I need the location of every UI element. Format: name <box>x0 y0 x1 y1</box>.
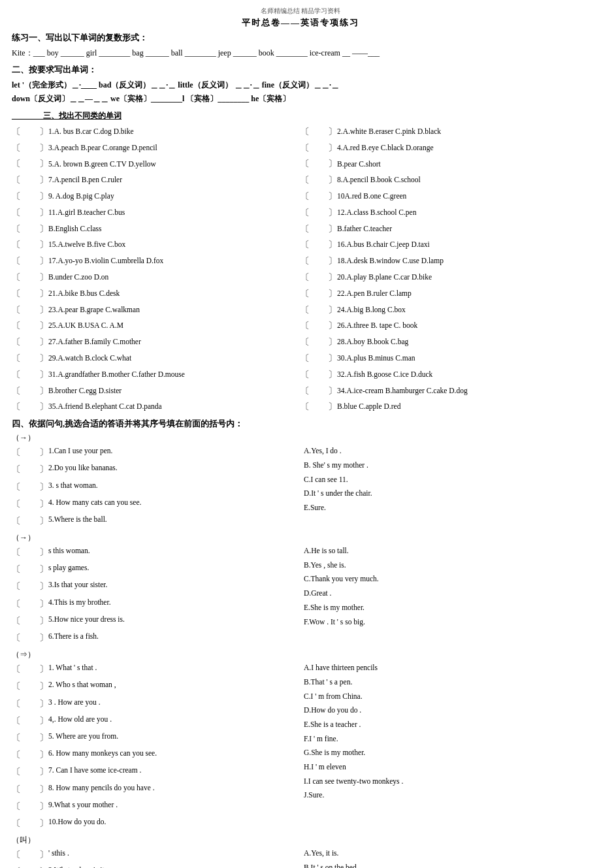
s3-row-12: 〔 〕 25.A.UK B.USA C. A.M 〔 〕 26.A.three … <box>12 318 589 334</box>
group1-questions: 〔 〕 1.Can I use your pen. 〔 〕 2.Do you l… <box>12 444 297 530</box>
group1-label: （→） <box>12 432 589 443</box>
list-item: 〔 〕 4,. How old are you . <box>12 713 297 729</box>
list-item: C.I ' m from China. <box>304 690 589 703</box>
list-item: 〔 〕 2.What colour is it. <box>12 863 297 868</box>
group4-answers: A.Yes, it is. B.It ' s on the bed. C.Me … <box>297 846 589 868</box>
section4-title: 四、依据问句,挑选合适的答语并将其序号填在前面的括号内： <box>12 419 589 430</box>
s3-row-17: 〔 〕 35.A.friend B.elephant C.cat D.panda… <box>12 399 589 415</box>
section2-line2: down〔反义词〕＿＿—＿＿ we〔宾格〕________l 〔宾格〕_____… <box>12 92 589 106</box>
list-item: 〔 〕 s this woman. <box>12 544 297 560</box>
s3-row-11: 〔 〕 23.A.pear B.grape C.walkman 〔 〕 24.A… <box>12 302 589 318</box>
list-item: 〔 〕 5. Where are you from. <box>12 730 297 746</box>
list-item: D.It ' s under the chair. <box>304 487 589 500</box>
group3: 〔 〕 1. What ' s that . 〔 〕 2. Who s that… <box>12 661 589 832</box>
group2-label: （→） <box>12 532 589 543</box>
group3-questions: 〔 〕 1. What ' s that . 〔 〕 2. Who s that… <box>12 661 297 832</box>
group4-label: （叫） <box>12 835 589 846</box>
list-item: 〔 〕 3 . How are you . <box>12 696 297 712</box>
list-item: 〔 〕 5.How nice your dress is. <box>12 613 297 629</box>
list-item: A.I have thirteen pencils <box>304 661 589 675</box>
s3-row-8: 〔 〕 17.A.yo-yo B.violin C.umbrella D.fox… <box>12 253 589 269</box>
list-item: 〔 〕 s play games. <box>12 561 297 577</box>
list-item: C.I can see 11. <box>304 473 589 487</box>
s3-row-4: 〔 〕 9. A.dog B.pig C.play 〔 〕 10A.red B.… <box>12 189 589 204</box>
s3-row-0: 〔 〕 1.A. bus B.car C.dog D.bike 〔 〕 2.A.… <box>12 124 589 140</box>
list-item: 〔 〕 7. Can I have some ice-cream . <box>12 764 297 780</box>
s3-row-15: 〔 〕 31.A.grandfather B.mother C.father D… <box>12 367 589 383</box>
list-item: D.Great . <box>304 587 589 600</box>
s3-row-9: 〔 〕 B.under C.zoo D.on 〔 〕 20.A.play B.p… <box>12 270 589 285</box>
list-item: 〔 〕 2.Do you like bananas. <box>12 461 297 477</box>
s3-row-10: 〔 〕 21.A.bike B.bus C.desk 〔 〕 22.A.pen … <box>12 286 589 302</box>
section3-title: ________三、找出不同类的单词 <box>12 110 589 121</box>
s3-row-6: 〔 〕 B.English C.class 〔 〕 B.father C.tea… <box>12 221 589 237</box>
list-item: 〔 〕 6. How many monkeys can you see. <box>12 747 297 763</box>
list-item: 〔 〕 ' sthis . <box>12 846 297 863</box>
list-item: 〔 〕 2. Who s that woman , <box>12 678 297 694</box>
group2-answers: A.He is so tall. B.Yes , she is. C.Thank… <box>297 544 589 647</box>
list-item: F.I ' m fine. <box>304 732 589 746</box>
list-item: 〔 〕 1. What ' s that . <box>12 661 297 677</box>
list-item: F.Wow . It ' s so big. <box>304 615 589 629</box>
s3-row-13: 〔 〕 27.A.father B.family C.mother 〔 〕 28… <box>12 334 589 350</box>
list-item: J.Sure. <box>304 788 589 802</box>
list-item: E.She is a teacher . <box>304 718 589 731</box>
group1-answers: A.Yes, I do . B. She' s my mother . C.I … <box>297 444 589 530</box>
list-item: B. She' s my mother . <box>304 458 589 472</box>
list-item: 〔 〕 4.This is my brother. <box>12 596 297 612</box>
list-item: 〔 〕 3. s that woman. <box>12 479 297 495</box>
s3-row-1: 〔 〕 3.A.peach B.pear C.orange D.pencil 〔… <box>12 140 589 156</box>
s3-row-3: 〔 〕 7.A.pencil B.pen C.ruler 〔 〕 8.A.pen… <box>12 172 589 188</box>
s3-row-16: 〔 〕 B.brother C.egg D.sister 〔 〕 34.A.ic… <box>12 383 589 399</box>
group3-label: （⇒） <box>12 649 589 660</box>
group2-questions: 〔 〕 s this woman. 〔 〕 s play games. 〔 〕 … <box>12 544 297 647</box>
s3-row-7: 〔 〕 15.A.twelve B.five C.box 〔 〕 16.A.bu… <box>12 237 589 253</box>
list-item: C.Thank you very much. <box>304 572 589 586</box>
list-item: A.Yes, it is. <box>304 846 589 860</box>
header-top: 名师精编总结 精品学习资料 <box>12 7 589 16</box>
section1-title: 练习一、写出以下单词的复数形式： <box>12 33 589 44</box>
list-item: 〔 〕 6.There is a fish. <box>12 630 297 646</box>
list-item: B.Yes , she is. <box>304 558 589 572</box>
section2-title: 二、按要求写出单词： <box>12 65 589 76</box>
group2: 〔 〕 s this woman. 〔 〕 s play games. 〔 〕 … <box>12 544 589 647</box>
group1: 〔 〕 1.Can I use your pen. 〔 〕 2.Do you l… <box>12 444 589 530</box>
list-item: 〔 〕 1.Can I use your pen. <box>12 444 297 460</box>
list-item: G.She is my mother. <box>304 746 589 760</box>
list-item: B.That ' s a pen. <box>304 675 589 689</box>
list-item: B.It ' s on the bed. <box>304 861 589 868</box>
section1-line: Kite：___ boy ______ girl ________ bag __… <box>12 46 589 61</box>
section3-items: 〔 〕 1.A. bus B.car C.dog D.bike 〔 〕 2.A.… <box>12 124 589 415</box>
list-item: D.How do you do . <box>304 703 589 717</box>
list-item: 〔 〕 4. How many cats can you see. <box>12 496 297 512</box>
header-title: 平时总卷——英语专项练习 <box>12 17 589 29</box>
list-item: E.She is my mother. <box>304 601 589 615</box>
group3-answers: A.I have thirteen pencils B.That ' s a p… <box>297 661 589 832</box>
s3-row-2: 〔 〕 5.A. brown B.green C.TV D.yellow 〔 〕… <box>12 156 589 172</box>
list-item: 〔 〕 3.Is that your sister. <box>12 578 297 594</box>
group4: 〔 〕 ' sthis . 〔 〕 2.What colour is it. 〔… <box>12 846 589 868</box>
list-item: 〔 〕 5.Where is the ball. <box>12 513 297 529</box>
group4-questions: 〔 〕 ' sthis . 〔 〕 2.What colour is it. 〔… <box>12 846 297 868</box>
s3-row-5: 〔 〕 11.A.girl B.teacher C.bus 〔 〕 12.A.c… <box>12 205 589 221</box>
list-item: H.I ' m eleven <box>304 760 589 774</box>
list-item: A.He is so tall. <box>304 544 589 558</box>
list-item: E.Sure. <box>304 501 589 515</box>
section2-line1: let '（完全形式）＿·____ bad（反义词）＿＿·＿ little（反义… <box>12 78 589 93</box>
list-item: 〔 〕 8. How many pencils do you have . <box>12 781 297 797</box>
list-item: A.Yes, I do . <box>304 444 589 458</box>
list-item: 〔 〕 9.What s your mother . <box>12 798 297 814</box>
list-item: 〔 〕 10.How do you do. <box>12 815 297 831</box>
list-item: I.I can see twenty-two monkeys . <box>304 775 589 788</box>
s3-row-14: 〔 〕 29.A.watch B.clock C.what 〔 〕 30.A.p… <box>12 351 589 366</box>
